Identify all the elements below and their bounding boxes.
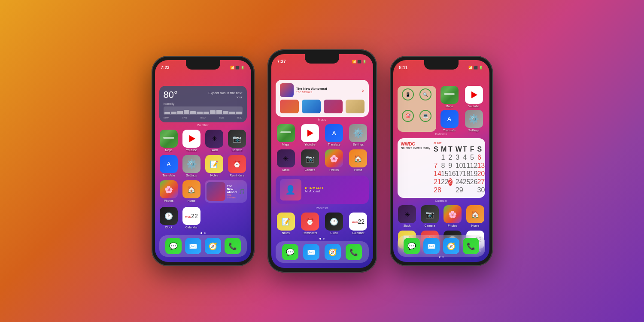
dock2-messages[interactable]: 💬 [282,244,298,260]
no-events-label: No more events today [401,146,430,149]
dock3-safari[interactable]: 🧭 [443,238,459,254]
dock2-safari[interactable]: 🧭 [325,244,341,260]
notes-icon: 📝 [205,155,223,173]
music-info: The New Abnormal The Strokes [296,87,359,94]
app-settings[interactable]: ⚙️ Settings [182,155,201,177]
maps-icon-3 [440,86,459,104]
app-youtube[interactable]: Youtube [182,130,201,152]
mail-icon-2: ✉️ [303,244,319,260]
podcast-widget: 👤 1H 47M LEFT Ali Abdaal [276,176,369,204]
app3-maps[interactable]: Maps [438,86,461,108]
youtube-icon-3 [465,86,483,104]
calendar-widget: WWDC No more events today JUNE S M T W T [398,138,485,198]
phone-icon-3: 📞 [463,238,479,254]
phone-icon: 📞 [225,238,241,254]
app2-home[interactable]: 🏠 Home [348,149,368,171]
dock-2: 💬 ✉️ 🧭 📞 [276,241,369,263]
weather-intensity: intensity [164,102,243,105]
photos-icon-2: 🌸 [325,149,343,167]
slack-icon-2: ✳ [277,149,295,167]
app2-reminders[interactable]: ⏰ Reminders [300,213,320,234]
dock-1: 💬 ✉️ 🧭 📞 [159,235,247,257]
dock-phone[interactable]: 📞 [225,238,241,254]
camera-icon-3: 📷 [421,205,439,223]
messages-icon-2: 💬 [282,244,298,260]
phone-2-content: The New Abnormal The Strokes ♪ Music [271,66,373,268]
app-camera[interactable]: 📷 Camera [228,130,247,152]
app2-photos[interactable]: 🌸 Photos [324,149,344,171]
app3-home[interactable]: 🏠 Home [466,205,485,227]
weather-widget: 80° Expect rain in the next hour intensi… [159,86,247,122]
app2-slack[interactable]: ✳ Slack [276,149,296,171]
dock3-messages[interactable]: 💬 [404,238,420,254]
maps-icon [160,130,178,148]
phone-1-content: 80° Expect rain in the next hour intensi… [155,72,251,262]
app3-slack[interactable]: ✳ Slack [398,205,417,227]
podcast-time: 1H 47M LEFT [305,186,324,189]
music-artist: The Strokes [296,91,359,94]
settings-icon: ⚙️ [182,155,200,173]
calendar-grid: JUNE S M T W T F S [434,142,482,194]
dock-messages[interactable]: 💬 [165,238,182,254]
dot-1 [200,232,202,234]
phone-3-status-icons: 📶 ⬛ 🔋 [468,66,483,70]
app3-camera[interactable]: 📷 Camera [420,205,440,227]
batteries-label: Batteries [393,133,489,136]
reminders-icon-2: ⏰ [301,213,319,231]
phone-icon-2: 📞 [346,244,362,260]
home-icon: 🏠 [182,180,200,198]
notes-icon-2: 📝 [277,213,295,231]
app-home[interactable]: 🏠 Home [182,180,201,203]
app-grid-2-row1: Maps Youtube A Translate [271,122,373,173]
phone-1-time: 7:23 [161,65,170,70]
app2-calendar[interactable]: MON 22 Calendar [348,213,368,234]
app-grid-2-row3: 📝 Notes ⏰ Reminders 🕐 Clo [271,211,373,236]
dock3-phone[interactable]: 📞 [463,238,479,254]
dock-mail[interactable]: ✉️ [185,238,201,254]
slack-icon: ✳ [205,130,223,148]
app3-photos[interactable]: 🌸 Photos [443,205,462,227]
app-slack[interactable]: ✳ Slack [205,130,224,152]
dot2-2 [323,238,325,240]
app2-maps[interactable]: Maps [276,124,296,146]
page-dots-1 [155,232,251,234]
app-notes[interactable]: 📝 Notes [205,155,224,177]
app2-clock[interactable]: 🕐 Clock [324,213,344,234]
weather-times: Now7:458:008:158:30 [164,116,243,119]
dock2-phone[interactable]: 📞 [346,244,362,260]
app2-camera[interactable]: 📷 Camera [300,149,320,171]
safari-icon: 🧭 [205,238,221,254]
app-grid-1: Maps Youtube ✳ Slack [155,128,251,204]
dock-safari[interactable]: 🧭 [205,238,221,254]
home-icon-2: 🏠 [349,149,367,167]
translate-icon-2: A [325,124,343,142]
translate-icon-3: A [440,110,459,128]
photos-icon: 🌸 [160,180,178,198]
phone-1-status-icons: 📶 ⬛ 🔋 [230,66,245,70]
app-maps[interactable]: Maps [159,130,179,152]
app2-youtube[interactable]: Youtube [300,124,320,146]
app3-settings[interactable]: ⚙️ Settings [463,110,485,132]
page-dots-2 [271,238,373,240]
app3-youtube[interactable]: Youtube [463,86,485,108]
dock2-mail[interactable]: ✉️ [303,244,319,260]
weather-bar [164,106,243,115]
app2-settings[interactable]: ⚙️ Settings [348,124,368,146]
dot-2 [204,232,206,234]
app-photos[interactable]: 🌸 Photos [159,180,179,203]
app-calendar[interactable]: MON 22 Calendar [182,207,201,229]
app2-notes[interactable]: 📝 Notes [276,213,296,234]
app-music-widget[interactable]: The New Abnormal The Strokes 🎵 [205,180,247,203]
music-album-art [280,83,294,97]
app-clock[interactable]: 🕐 Clock [159,207,179,229]
app-reminders[interactable]: ⏰ Reminders [228,155,247,177]
dock3-mail[interactable]: ✉️ [423,238,440,254]
app2-translate[interactable]: A Translate [324,124,344,146]
app3-translate[interactable]: A Translate [438,110,461,132]
wwdc-label: WWDC [401,142,430,146]
app-translate[interactable]: A Translate [159,155,179,177]
music-widget-label: Music [271,118,373,121]
batteries-widget: 📱 🔍 🎯 💻 [398,86,436,132]
phone-1-notch [186,60,220,70]
youtube-icon-2 [301,124,319,142]
